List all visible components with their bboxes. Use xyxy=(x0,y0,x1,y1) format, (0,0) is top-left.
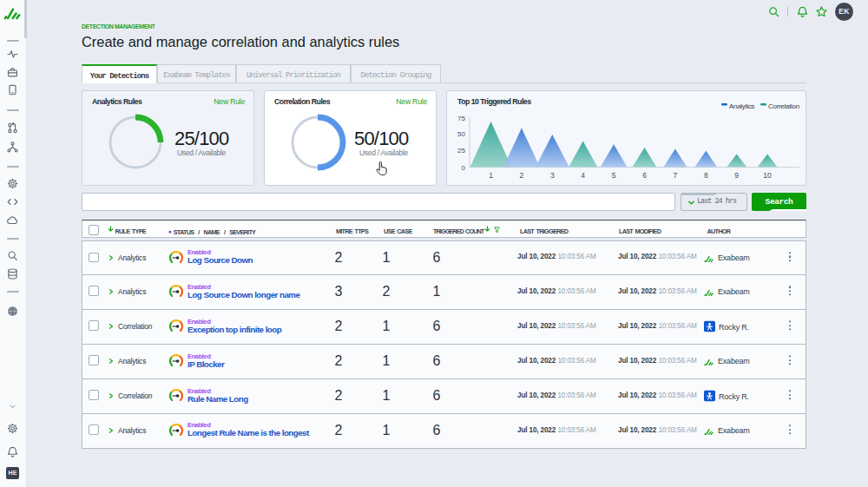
svg-text:0: 0 xyxy=(462,164,466,172)
svg-text:7: 7 xyxy=(674,171,678,180)
svg-text:50: 50 xyxy=(457,130,465,138)
svg-text:8: 8 xyxy=(704,171,708,180)
svg-text:25: 25 xyxy=(457,147,465,155)
svg-text:1: 1 xyxy=(489,171,493,180)
svg-text:2: 2 xyxy=(520,171,524,180)
svg-text:Analytics: Analytics xyxy=(729,102,755,110)
svg-text:75: 75 xyxy=(457,115,465,122)
svg-text:5: 5 xyxy=(612,171,616,180)
svg-text:3: 3 xyxy=(550,171,555,180)
svg-text:9: 9 xyxy=(734,171,739,180)
svg-text:Correlation: Correlation xyxy=(768,102,799,110)
svg-text:6: 6 xyxy=(642,171,647,180)
svg-text:10: 10 xyxy=(763,171,772,180)
svg-text:4: 4 xyxy=(581,171,585,180)
